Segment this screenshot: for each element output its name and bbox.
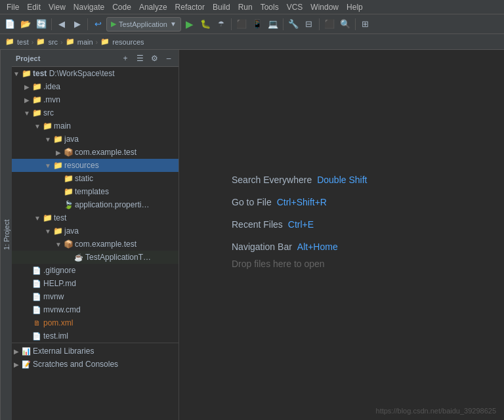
mvnw-icon: 📄: [32, 293, 42, 301]
tree-gitignore[interactable]: 📄 .gitignore: [12, 264, 178, 277]
separator-2: [87, 18, 88, 30]
tree-java[interactable]: ▼ 📁 java: [12, 133, 178, 146]
ext-libs-icon: 📊: [21, 347, 32, 356]
mvnwcmd-icon: 📄: [32, 306, 42, 314]
menu-navigate[interactable]: Navigate: [70, 1, 108, 13]
separator-6: [355, 18, 356, 30]
menu-refactor[interactable]: Refactor: [171, 1, 209, 13]
terminal-btn[interactable]: ⬛: [322, 17, 337, 32]
goto-file-key: Ctrl+Shift+R: [277, 197, 327, 207]
tree-test-java[interactable]: ▼ 📁 java: [12, 224, 178, 238]
breadcrumb-folder-icon-2: 📁: [36, 37, 45, 46]
scratches-arrow: ▶: [12, 361, 21, 368]
tree-mvn[interactable]: ▶ 📁 .mvn: [12, 93, 178, 106]
tree-test-main[interactable]: ☕ TestApplicationT…: [12, 251, 178, 264]
menu-view[interactable]: View: [45, 1, 70, 13]
tree-appprops[interactable]: 🍃 application.properti…: [12, 198, 178, 211]
open-btn[interactable]: 📂: [18, 17, 33, 32]
tree-helpmd[interactable]: 📄 HELP.md: [12, 277, 178, 290]
src-label: src: [43, 108, 176, 117]
navigation-bar-key: Alt+Home: [297, 242, 338, 252]
drop-hint: Drop files here to open: [232, 259, 325, 269]
run-config-dropdown[interactable]: ▶ TestApplication ▼: [106, 17, 181, 32]
stop-btn[interactable]: ⬛: [234, 17, 249, 32]
more-btn[interactable]: ⊞: [358, 17, 373, 32]
test-com-label: com.example.test: [75, 240, 176, 249]
tree-static[interactable]: 📁 static: [12, 172, 178, 185]
test-com-package-icon: 📦: [63, 240, 74, 249]
tree-templates[interactable]: 📁 templates: [12, 185, 178, 198]
panel-layout-btn[interactable]: ☰: [134, 52, 146, 64]
menu-vcs[interactable]: VCS: [283, 1, 307, 13]
tree-ext-libs[interactable]: ▶ 📊 External Libraries: [12, 345, 178, 358]
tree-area[interactable]: ▼ 📁 test D:\WorkSpace\test ▶ 📁 .idea ▶ 📁…: [12, 67, 178, 420]
panel-header: Project + ☰ ⚙ –: [12, 50, 178, 67]
menu-file[interactable]: File: [3, 1, 23, 13]
menu-analyze[interactable]: Analyze: [135, 1, 171, 13]
breadcrumb-main[interactable]: main: [77, 38, 93, 46]
mvnw-label: mvnw: [43, 292, 176, 301]
tree-resources[interactable]: ▼ 📁 resources: [12, 159, 178, 172]
menu-help[interactable]: Help: [343, 1, 367, 13]
back-btn[interactable]: ◀: [54, 17, 69, 32]
java-arrow: ▼: [43, 136, 52, 143]
appprops-icon: 🍃: [63, 200, 74, 209]
tree-testiml[interactable]: 📄 test.iml: [12, 329, 178, 343]
tree-test[interactable]: ▼ 📁 test: [12, 211, 178, 224]
device-btn[interactable]: 📱: [250, 17, 264, 32]
menu-edit[interactable]: Edit: [23, 1, 45, 13]
breadcrumb-src[interactable]: src: [48, 38, 58, 46]
layout-btn[interactable]: ⊟: [302, 17, 316, 32]
resources-label: resources: [64, 161, 176, 170]
tree-main[interactable]: ▼ 📁 main: [12, 119, 178, 133]
undo-btn[interactable]: ↩: [91, 17, 105, 32]
sync-btn[interactable]: 🔄: [34, 17, 49, 32]
run-config-arrow: ▼: [170, 20, 177, 28]
tree-src[interactable]: ▼ 📁 src: [12, 106, 178, 119]
separator-1: [51, 18, 52, 30]
shortcut-list: Search Everywhere Double Shift Go to Fil…: [232, 175, 367, 252]
panel-add-btn[interactable]: +: [119, 52, 131, 64]
menu-window[interactable]: Window: [306, 1, 343, 13]
tree-idea[interactable]: ▶ 📁 .idea: [12, 80, 178, 93]
breadcrumb-test[interactable]: test: [17, 38, 29, 46]
forward-btn[interactable]: ▶: [70, 17, 85, 32]
templates-label: templates: [75, 187, 176, 196]
tree-com[interactable]: ▶ 📦 com.example.test: [12, 146, 178, 159]
menu-build[interactable]: Build: [209, 1, 234, 13]
tree-root[interactable]: ▼ 📁 test D:\WorkSpace\test: [12, 67, 178, 80]
tree-pomxml[interactable]: 🗎 pom.xml: [12, 316, 178, 329]
tree-mvnw[interactable]: 📄 mvnw: [12, 290, 178, 303]
debug-btn[interactable]: 🐛: [198, 17, 213, 32]
project-side-label[interactable]: 1: Project: [0, 50, 12, 420]
breadcrumb-resources[interactable]: resources: [112, 38, 144, 46]
run-btn[interactable]: ▶: [182, 17, 197, 32]
test-java-label: java: [64, 226, 176, 236]
search-everywhere-key: Double Shift: [317, 175, 367, 185]
panel-close-btn[interactable]: –: [163, 52, 175, 64]
gitignore-icon: 📄: [32, 266, 42, 275]
panel-title: Project: [16, 54, 117, 62]
coverage-btn[interactable]: ☂: [214, 17, 228, 32]
mvnwcmd-label: mvnw.cmd: [43, 305, 176, 314]
templates-folder-icon: 📁: [63, 187, 74, 196]
settings-btn[interactable]: 🔧: [286, 17, 301, 32]
menu-tools[interactable]: Tools: [257, 1, 283, 13]
test-com-arrow: ▼: [54, 241, 63, 248]
new-file-btn[interactable]: 📄: [3, 17, 17, 32]
tree-scratches[interactable]: ▶ 📝 Scratches and Consoles: [12, 358, 178, 371]
device2-btn[interactable]: 💻: [266, 17, 280, 32]
menu-run[interactable]: Run: [234, 1, 257, 13]
tree-test-com[interactable]: ▼ 📦 com.example.test: [12, 238, 178, 251]
tree-mvnwcmd[interactable]: 📄 mvnw.cmd: [12, 303, 178, 316]
java-folder-icon: 📁: [52, 135, 63, 144]
src-arrow: ▼: [22, 110, 32, 117]
toolbar: 📄 📂 🔄 ◀ ▶ ↩ ▶ TestApplication ▼ ▶ 🐛 ☂ ⬛ …: [0, 14, 504, 34]
content-area: Search Everywhere Double Shift Go to Fil…: [179, 50, 504, 420]
mvn-arrow: ▶: [22, 96, 32, 104]
project-panel: Project + ☰ ⚙ – ▼ 📁 test D:\WorkSpace\te…: [12, 50, 179, 420]
menu-code[interactable]: Code: [108, 1, 135, 13]
root-label: test D:\WorkSpace\test: [33, 69, 176, 78]
search-btn[interactable]: 🔍: [338, 17, 352, 32]
panel-gear-btn[interactable]: ⚙: [148, 52, 160, 64]
